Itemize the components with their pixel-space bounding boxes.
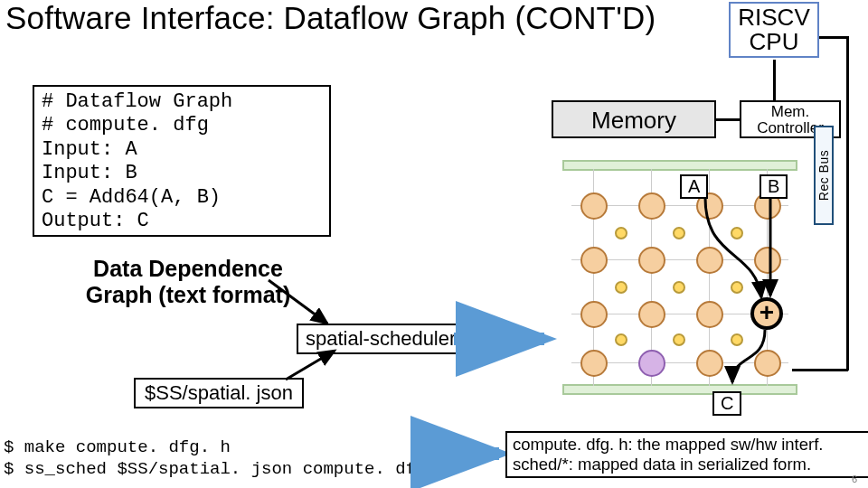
pe-node xyxy=(696,301,723,328)
svg-line-2 xyxy=(286,351,335,380)
memory-box: Memory xyxy=(552,100,716,138)
terminal-commands: $ make compute. dfg. h $ ss_sched $SS/sp… xyxy=(4,437,426,481)
router xyxy=(673,333,685,346)
pe-node xyxy=(580,301,608,328)
router xyxy=(615,333,627,346)
arrow-b-to-adder xyxy=(763,196,781,301)
arrow-scheduler-to-grid xyxy=(450,325,559,352)
router xyxy=(673,281,685,294)
slide-title: Software Interface: Dataflow Graph (CONT… xyxy=(5,0,656,36)
result-box: compute. dfg. h: the mapped sw/hw interf… xyxy=(505,431,868,478)
hardware-block: Memory Mem. Controller + xyxy=(552,57,863,418)
result-line-2: sched/*: mapped data in serialized form. xyxy=(513,455,868,474)
input-a-label: A xyxy=(680,174,708,199)
pe-node xyxy=(696,350,723,377)
router xyxy=(615,227,627,239)
dfg-code-box: # Dataflow Graph # compute. dfg Input: A… xyxy=(33,85,331,237)
arrow-adder-to-c xyxy=(725,328,770,386)
router xyxy=(673,227,685,239)
arrow-cmd-to-result xyxy=(416,443,511,465)
pe-node xyxy=(580,192,608,220)
router xyxy=(615,281,627,294)
pe-node xyxy=(638,301,665,328)
rec-bus-label: Rec Bus xyxy=(814,126,834,225)
pe-node xyxy=(638,192,665,220)
pe-grid: + A B xyxy=(562,160,797,395)
page-number: 6 xyxy=(852,474,857,484)
input-b-label: B xyxy=(760,174,788,199)
arrow-json-to-scheduler xyxy=(278,347,351,387)
output-c-label: C xyxy=(712,391,741,416)
grid-top-bar xyxy=(562,160,797,171)
svg-line-0 xyxy=(269,280,327,324)
pe-node-mapped xyxy=(638,350,665,377)
pe-node xyxy=(638,247,665,274)
arrow-ddg-to-scheduler xyxy=(264,271,345,331)
result-line-1: compute. dfg. h: the mapped sw/hw interf… xyxy=(513,435,868,455)
pe-node xyxy=(580,350,608,377)
memory-to-controller-line xyxy=(714,118,740,121)
riscv-label: RISCV xyxy=(731,5,817,30)
cpu-label: CPU xyxy=(731,30,817,54)
memctl-line1: Mem. xyxy=(741,104,839,120)
pe-node xyxy=(580,247,608,274)
riscv-to-bus-line xyxy=(819,36,846,39)
riscv-cpu-box: RISCV CPU xyxy=(729,2,819,58)
